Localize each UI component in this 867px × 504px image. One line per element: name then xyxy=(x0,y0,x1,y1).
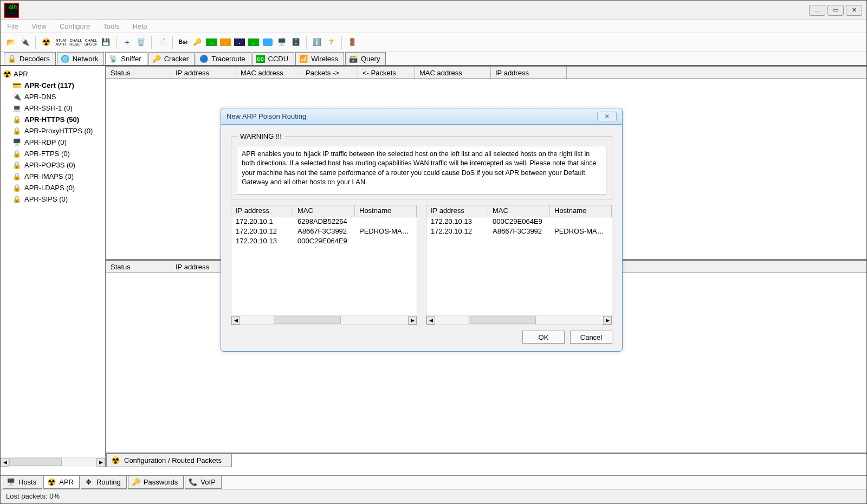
apr-tree[interactable]: ☢️ APR 💳APR-Cert (117)🔌APR-DNS💻APR-SSH-1… xyxy=(1,66,105,457)
scroll-thumb[interactable] xyxy=(274,316,341,324)
maximize-button[interactable]: ▭ xyxy=(827,5,844,16)
scroll-left-icon[interactable]: ◀ xyxy=(231,316,240,325)
left-col-ip-address[interactable]: IP address xyxy=(231,205,293,217)
right-col-ip-address[interactable]: IP address xyxy=(426,205,488,217)
tab-wireless[interactable]: 📶Wireless xyxy=(295,52,344,65)
tag-dark[interactable]: . xyxy=(234,36,245,48)
scroll-track[interactable] xyxy=(9,458,96,466)
tab-network[interactable]: 🌐Network xyxy=(57,52,105,65)
scroll-track[interactable] xyxy=(240,316,408,324)
radiation-icon[interactable]: ☢️ xyxy=(40,36,52,48)
menu-file[interactable]: File xyxy=(5,21,21,31)
right-row[interactable]: 172.20.10.13000C29E064E9 xyxy=(426,217,612,227)
minimize-button[interactable]: — xyxy=(809,5,825,16)
b64-icon[interactable]: B64 xyxy=(177,36,189,48)
menu-help[interactable]: Help xyxy=(131,21,150,31)
tab-sniffer[interactable]: 📡Sniffer xyxy=(105,52,147,65)
col-status[interactable]: Status xyxy=(106,261,171,273)
bottom-tab-apr[interactable]: ☢️APR xyxy=(43,476,80,489)
scroll-thumb[interactable] xyxy=(9,458,62,466)
tree-item-9[interactable]: 🔒APR-LDAPS (0) xyxy=(12,182,104,193)
close-button[interactable]: ✕ xyxy=(846,5,862,16)
scroll-track[interactable] xyxy=(435,316,603,324)
left-host-list[interactable]: IP addressMACHostname 172.20.10.16298ADB… xyxy=(231,205,417,325)
tree-item-3[interactable]: 🔒APR-HTTPS (50) xyxy=(12,114,104,125)
tree-item-7[interactable]: 🔒APR-POP3S (0) xyxy=(12,159,104,171)
dialog-close-button[interactable]: ✕ xyxy=(597,112,617,121)
tab-ccdu[interactable]: CCCCDU xyxy=(253,52,295,65)
tree-item-0[interactable]: 💳APR-Cert (117) xyxy=(12,80,104,91)
trash-icon[interactable]: 🗑️ xyxy=(135,36,147,48)
key-icon[interactable]: 🔑 xyxy=(191,36,203,48)
chall-spoof-icon[interactable]: CHALLSPOOF xyxy=(85,36,98,48)
right-col-mac[interactable]: MAC xyxy=(488,205,550,217)
find-icon[interactable]: 📄 xyxy=(156,36,168,48)
bottom-tab-passwords-label: Passwords xyxy=(144,478,178,486)
bottom-tab-routing[interactable]: ✥Routing xyxy=(81,476,127,489)
col-packets-[interactable]: Packets -> xyxy=(301,67,358,79)
info-icon[interactable]: ℹ️ xyxy=(311,36,323,48)
tree-item-6[interactable]: 🔒APR-FTPS (0) xyxy=(12,148,104,159)
col-status[interactable]: Status xyxy=(106,67,171,79)
dialog-title-bar[interactable]: New ARP Poison Routing ✕ xyxy=(221,108,622,125)
card-icon[interactable]: 💾 xyxy=(100,36,112,48)
open-folder-icon[interactable]: 📂 xyxy=(5,36,17,48)
right-row[interactable]: 172.20.10.12A8667F3C3992PEDROS-MACB... xyxy=(426,227,612,237)
left-row[interactable]: 172.20.10.16298ADB52264 xyxy=(231,217,417,227)
col-mac-address[interactable]: MAC address xyxy=(415,67,491,79)
network-icon[interactable]: 🔌 xyxy=(19,36,31,48)
scroll-right-icon[interactable]: ▶ xyxy=(603,316,612,325)
ok-button[interactable]: OK xyxy=(522,331,565,344)
cancel-button[interactable]: Cancel xyxy=(570,331,612,344)
menu-tools[interactable]: Tools xyxy=(101,21,121,31)
cell: 172.20.10.13 xyxy=(231,237,293,247)
tree-item-10[interactable]: 🔒APR-SIPS (0) xyxy=(12,193,104,205)
tab-decoders[interactable]: 🔓Decoders xyxy=(4,52,56,65)
tree-item-4[interactable]: 🔒APR-ProxyHTTPS (0) xyxy=(12,125,104,137)
tag-blue[interactable] xyxy=(262,36,274,48)
ntlm-auth-icon[interactable]: NTLMAUTH xyxy=(54,36,67,48)
col-ip-address[interactable]: IP address xyxy=(171,67,236,79)
tag-green-2[interactable]: . xyxy=(219,36,231,48)
scroll-right-icon[interactable]: ▶ xyxy=(408,316,417,325)
left-row[interactable]: 172.20.10.12A8667F3C3992PEDROS-MACB... xyxy=(231,227,417,237)
bottom-tab-hosts[interactable]: 🖥️Hosts xyxy=(3,476,42,489)
sidebar-scrollbar[interactable]: ◀ ▶ xyxy=(1,457,105,467)
tree-root[interactable]: ☢️ APR xyxy=(2,68,104,80)
plus-icon[interactable]: ＋ xyxy=(121,36,133,48)
tag-green-1[interactable]: . xyxy=(205,36,217,48)
left-scrollbar[interactable]: ◀ ▶ xyxy=(231,315,417,325)
query-icon: 🗃️ xyxy=(349,55,358,63)
col-ip-address[interactable]: IP address xyxy=(491,67,567,79)
left-row[interactable]: 172.20.10.13000C29E064E9 xyxy=(231,237,417,247)
scroll-left-icon[interactable]: ◀ xyxy=(426,316,435,325)
tab-traceroute[interactable]: 🔵Traceroute xyxy=(196,52,251,65)
tab-cracker[interactable]: 🔑Cracker xyxy=(148,52,195,65)
bottom-tab-passwords[interactable]: 🔑Passwords xyxy=(128,476,184,489)
right-host-list[interactable]: IP addressMACHostname 172.20.10.13000C29… xyxy=(426,205,612,325)
scroll-thumb[interactable] xyxy=(469,316,536,324)
chall-reset-icon[interactable]: CHALLRESET xyxy=(69,36,82,48)
right-col-hostname[interactable]: Hostname xyxy=(550,205,612,217)
col--packets[interactable]: <- Packets xyxy=(358,67,415,79)
scroll-left-icon[interactable]: ◀ xyxy=(1,458,9,467)
right-scrollbar[interactable]: ◀ ▶ xyxy=(426,315,612,325)
tree-item-5[interactable]: 🖥️APR-RDP (0) xyxy=(12,137,104,148)
exit-icon[interactable]: 🚪 xyxy=(346,36,358,48)
tree-item-8[interactable]: 🔒APR-IMAPS (0) xyxy=(12,171,104,182)
menu-configure[interactable]: Configure xyxy=(57,21,92,31)
col-mac-address[interactable]: MAC address xyxy=(236,67,301,79)
bottom-tab-voip[interactable]: 📞VoIP xyxy=(185,476,221,489)
tree-item-1[interactable]: 🔌APR-DNS xyxy=(12,91,104,102)
tab-query[interactable]: 🗃️Query xyxy=(345,52,386,65)
config-tab[interactable]: ☢️ Configuration / Routed Packets xyxy=(106,454,232,467)
scroll-right-icon[interactable]: ▶ xyxy=(96,458,105,467)
tree-item-2[interactable]: 💻APR-SSH-1 (0) xyxy=(12,102,104,114)
tag-teal[interactable]: . xyxy=(248,36,260,48)
comm-icon[interactable]: 🖥️ xyxy=(276,36,288,48)
db-icon[interactable]: 🗄️ xyxy=(290,36,302,48)
left-col-hostname[interactable]: Hostname xyxy=(355,205,417,217)
left-col-mac[interactable]: MAC xyxy=(293,205,355,217)
help-icon[interactable]: ? xyxy=(325,36,337,48)
menu-view[interactable]: View xyxy=(29,21,49,31)
